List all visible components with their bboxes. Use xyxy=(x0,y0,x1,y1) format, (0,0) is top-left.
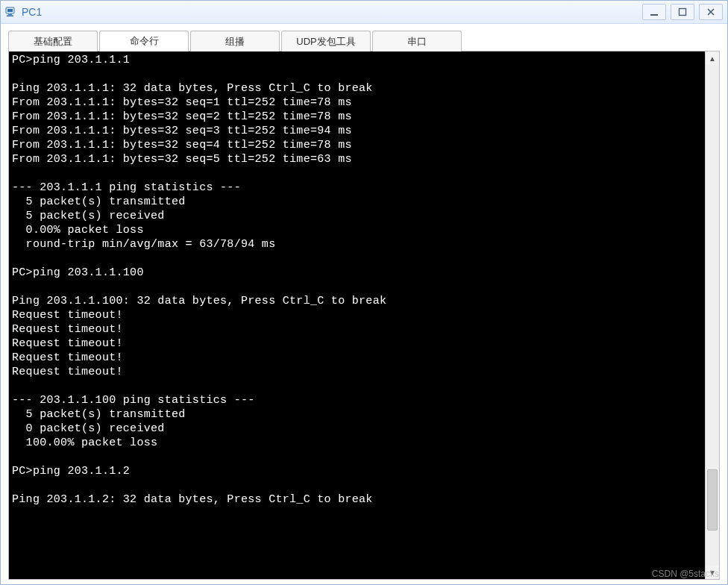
terminal-output[interactable]: PC>ping 203.1.1.1 Ping 203.1.1.1: 32 dat… xyxy=(9,51,705,579)
vertical-scrollbar[interactable]: ▲ ▼ xyxy=(705,51,719,579)
svg-rect-3 xyxy=(7,16,13,17)
titlebar[interactable]: PC1 xyxy=(1,1,727,24)
window-title: PC1 xyxy=(22,6,642,18)
tab-multicast[interactable]: 组播 xyxy=(190,31,280,51)
minimize-button[interactable] xyxy=(642,4,666,20)
scroll-thumb[interactable] xyxy=(707,469,718,531)
svg-rect-1 xyxy=(7,9,13,12)
tab-udp-tool[interactable]: UDP发包工具 xyxy=(281,31,371,51)
close-button[interactable] xyxy=(699,4,723,20)
client-area: 基础配置 命令行 组播 UDP发包工具 串口 PC>ping 203.1.1.1… xyxy=(1,24,727,584)
scroll-up-arrow-icon[interactable]: ▲ xyxy=(706,51,719,65)
window-buttons xyxy=(642,4,724,20)
pc-icon xyxy=(5,6,17,18)
console-frame: PC>ping 203.1.1.1 Ping 203.1.1.1: 32 dat… xyxy=(8,51,720,580)
tab-command-line[interactable]: 命令行 xyxy=(99,31,189,51)
tabstrip: 基础配置 命令行 组播 UDP发包工具 串口 xyxy=(8,30,720,51)
scroll-down-arrow-icon[interactable]: ▼ xyxy=(706,566,719,579)
tab-basic-config[interactable]: 基础配置 xyxy=(8,31,98,51)
svg-rect-5 xyxy=(680,9,686,16)
maximize-button[interactable] xyxy=(671,4,694,20)
svg-rect-2 xyxy=(8,14,12,15)
svg-rect-4 xyxy=(650,14,658,16)
tab-serial[interactable]: 串口 xyxy=(372,31,462,51)
app-window: PC1 基础配置 命令行 组播 UDP发包工具 串口 PC>ping 203.1… xyxy=(0,0,728,585)
